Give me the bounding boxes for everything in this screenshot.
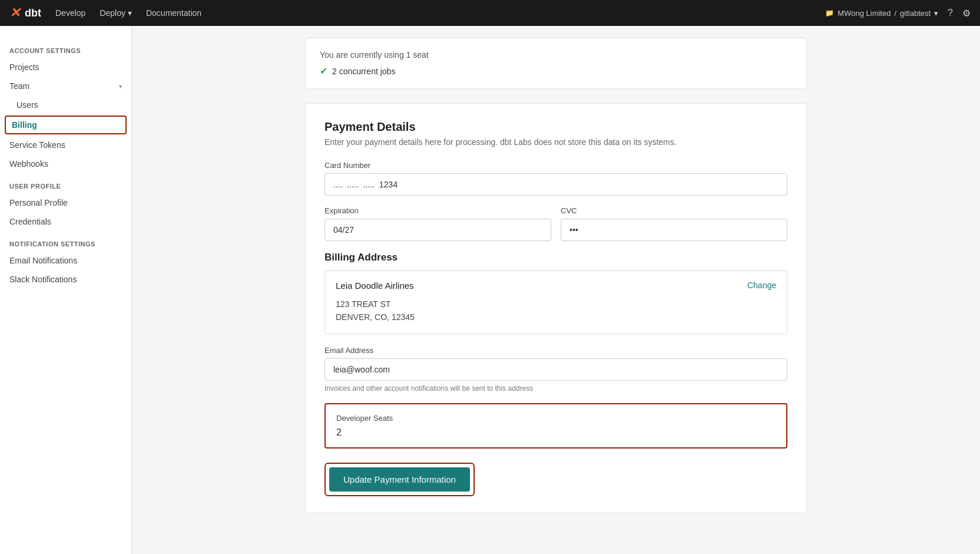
expiry-cvc-row: Expiration CVC bbox=[325, 206, 787, 252]
content-wrapper: You are currently using 1 seat ✔ 2 concu… bbox=[291, 26, 821, 525]
sidebar-item-billing[interactable]: Billing bbox=[5, 116, 127, 134]
update-payment-button[interactable]: Update Payment Information bbox=[329, 467, 470, 492]
expiration-input[interactable] bbox=[325, 219, 551, 241]
topnav-left: ✕ dbt Develop Deploy ▾ Documentation bbox=[9, 5, 201, 21]
email-group: Email Address Invoices and other account… bbox=[325, 346, 787, 393]
update-button-wrapper: Update Payment Information bbox=[325, 463, 475, 496]
expiration-group: Expiration bbox=[325, 206, 551, 241]
cvc-input[interactable] bbox=[561, 219, 787, 241]
card-number-label: Card Number bbox=[325, 161, 787, 170]
team-label: Team bbox=[9, 81, 29, 91]
account-settings-title: Account Settings bbox=[0, 38, 131, 58]
sidebar-item-projects[interactable]: Projects bbox=[0, 58, 131, 77]
payment-details-card: Payment Details Enter your payment detai… bbox=[305, 103, 807, 513]
invoice-note: Invoices and other account notifications… bbox=[325, 384, 787, 393]
folder-icon: 📁 bbox=[825, 9, 834, 17]
main-content: You are currently using 1 seat ✔ 2 concu… bbox=[132, 26, 980, 554]
logo-text: dbt bbox=[25, 7, 41, 19]
workspace-chevron-icon: ▾ bbox=[934, 9, 938, 18]
topnav-right: 📁 MWong Limited / gitlabtest ▾ ? ⚙ bbox=[825, 8, 971, 19]
check-icon: ✔ bbox=[320, 65, 327, 77]
billing-address-title: Billing Address bbox=[325, 252, 787, 263]
nav-deploy[interactable]: Deploy ▾ bbox=[100, 8, 132, 18]
address-line2: DENVER, CO, 12345 bbox=[336, 311, 776, 324]
sidebar-item-users[interactable]: Users bbox=[0, 95, 131, 114]
sidebar-item-personal-profile[interactable]: Personal Profile bbox=[0, 193, 131, 212]
layout: Account Settings Projects Team ▾ Users B… bbox=[0, 26, 980, 554]
sidebar-item-credentials[interactable]: Credentials bbox=[0, 212, 131, 231]
developer-seats-box: Developer Seats 2 bbox=[325, 403, 787, 449]
email-input[interactable] bbox=[325, 358, 787, 381]
address-line1: 123 TREAT ST bbox=[336, 298, 776, 311]
sidebar-item-team[interactable]: Team ▾ bbox=[0, 77, 131, 95]
notification-settings-title: Notification Settings bbox=[0, 231, 131, 251]
logo[interactable]: ✕ dbt bbox=[9, 5, 41, 21]
settings-icon[interactable]: ⚙ bbox=[962, 8, 971, 19]
cvc-group: CVC bbox=[561, 206, 787, 241]
project-name: gitlabtest bbox=[900, 9, 931, 18]
expiration-label: Expiration bbox=[325, 206, 551, 215]
payment-details-title: Payment Details bbox=[325, 120, 787, 134]
sidebar: Account Settings Projects Team ▾ Users B… bbox=[0, 26, 132, 554]
card-number-input[interactable] bbox=[325, 173, 787, 196]
address-lines: 123 TREAT ST DENVER, CO, 12345 bbox=[336, 298, 776, 324]
sidebar-item-service-tokens[interactable]: Service Tokens bbox=[0, 136, 131, 154]
sidebar-item-webhooks[interactable]: Webhooks bbox=[0, 154, 131, 173]
sidebar-item-email-notifications[interactable]: Email Notifications bbox=[0, 251, 131, 270]
help-icon[interactable]: ? bbox=[948, 8, 953, 18]
change-address-link[interactable]: Change bbox=[747, 281, 776, 290]
payment-details-subtitle: Enter your payment details here for proc… bbox=[325, 137, 787, 147]
company-name: Leia Doodle Airlines bbox=[336, 281, 776, 291]
developer-seats-label: Developer Seats bbox=[336, 414, 776, 423]
developer-seats-value: 2 bbox=[336, 427, 776, 438]
card-number-group: Card Number bbox=[325, 161, 787, 196]
user-profile-title: User Profile bbox=[0, 173, 131, 193]
workspace-info[interactable]: 📁 MWong Limited / gitlabtest ▾ bbox=[825, 9, 938, 18]
email-label: Email Address bbox=[325, 346, 787, 355]
topnav: ✕ dbt Develop Deploy ▾ Documentation 📁 M… bbox=[0, 0, 980, 26]
chevron-down-icon: ▾ bbox=[128, 8, 132, 18]
concurrent-jobs-text: 2 concurrent jobs bbox=[332, 67, 395, 76]
workspace-name: MWong Limited bbox=[837, 9, 890, 18]
seat-info-card: You are currently using 1 seat ✔ 2 concu… bbox=[305, 38, 807, 89]
team-chevron-icon: ▾ bbox=[119, 83, 122, 90]
sidebar-item-slack-notifications[interactable]: Slack Notifications bbox=[0, 270, 131, 289]
cvc-label: CVC bbox=[561, 206, 787, 215]
concurrent-jobs-item: ✔ 2 concurrent jobs bbox=[320, 65, 792, 77]
billing-address-box: Leia Doodle Airlines 123 TREAT ST DENVER… bbox=[325, 271, 787, 334]
logo-x-icon: ✕ bbox=[9, 5, 20, 21]
using-seat-text: You are currently using 1 seat bbox=[320, 50, 792, 60]
workspace-separator: / bbox=[894, 9, 896, 18]
nav-documentation[interactable]: Documentation bbox=[146, 8, 201, 18]
nav-develop[interactable]: Develop bbox=[55, 8, 85, 18]
